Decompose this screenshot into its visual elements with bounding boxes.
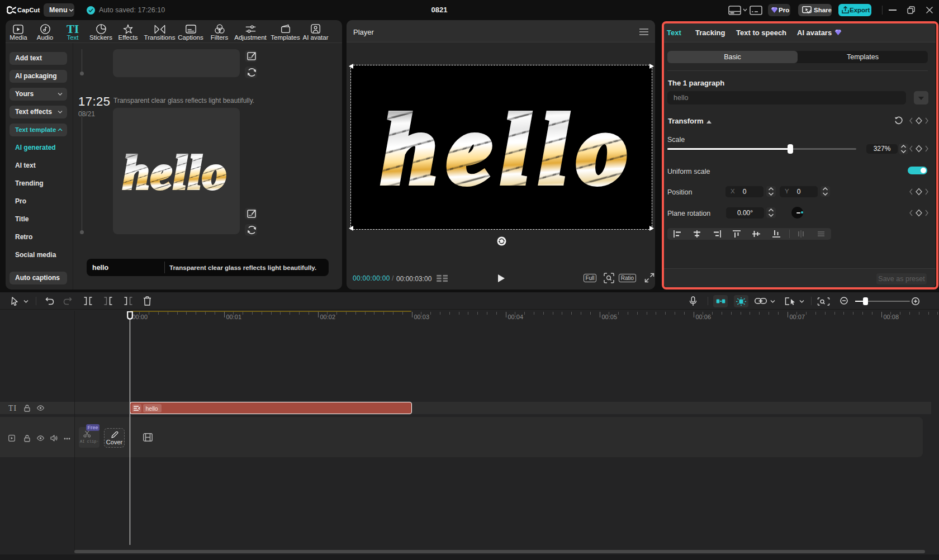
svg-text:hello: hello [382,94,638,203]
svg-text:hello: hello [123,146,228,198]
